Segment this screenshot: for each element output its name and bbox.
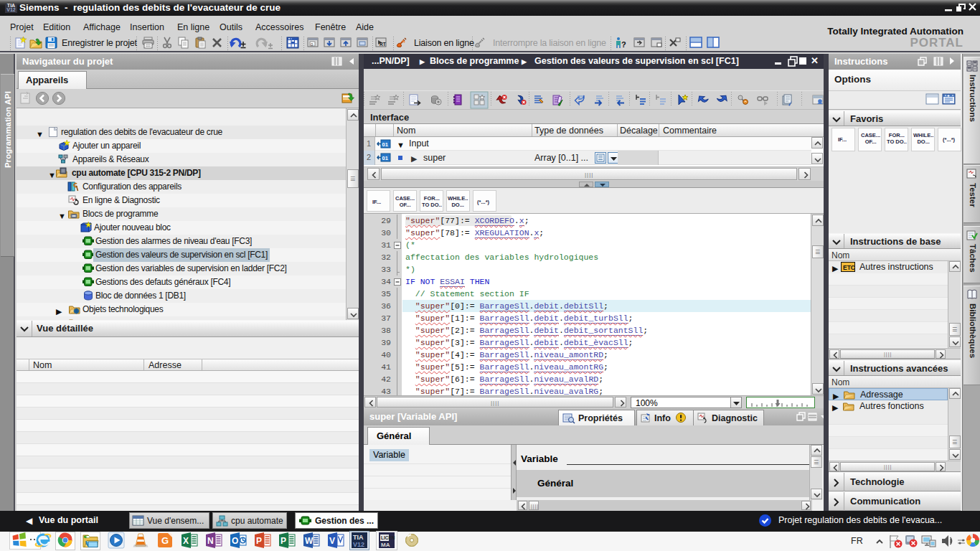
svg-text:01: 01 xyxy=(382,141,388,148)
svg-text:LICEN: LICEN xyxy=(381,535,395,540)
svg-text:P: P xyxy=(256,536,262,546)
svg-text:W: W xyxy=(305,536,314,546)
svg-text:TIA: TIA xyxy=(353,534,364,541)
svg-text:V: V xyxy=(329,536,335,546)
svg-text:01: 01 xyxy=(382,155,388,161)
svg-text:O: O xyxy=(232,536,238,546)
svg-text:?: ? xyxy=(621,40,626,49)
svg-text:V12: V12 xyxy=(353,541,364,548)
svg-text:MA: MA xyxy=(381,542,390,548)
svg-text:G: G xyxy=(161,535,169,546)
svg-text:N: N xyxy=(207,536,214,546)
svg-text:P: P xyxy=(281,536,286,546)
svg-text:RT: RT xyxy=(380,42,386,47)
svg-text:X: X xyxy=(183,536,189,546)
